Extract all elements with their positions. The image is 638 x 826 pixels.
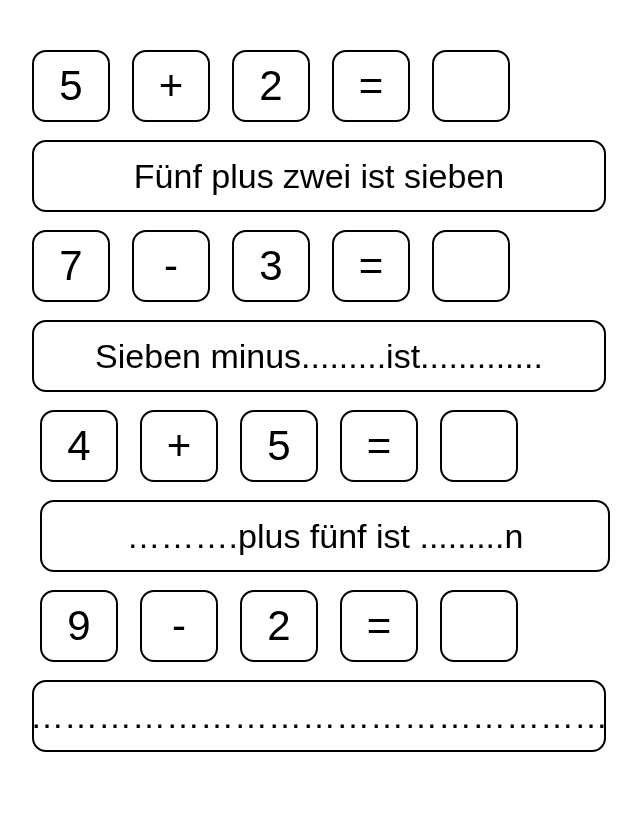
equation-cell[interactable]: 3 (232, 230, 310, 302)
equation-cell[interactable]: 5 (32, 50, 110, 122)
equation-cell[interactable]: = (340, 410, 418, 482)
equation-cell[interactable]: + (132, 50, 210, 122)
equation-answer-cell[interactable] (432, 230, 510, 302)
equation-cell[interactable]: 7 (32, 230, 110, 302)
equation-cell[interactable]: = (332, 230, 410, 302)
equation-cell[interactable]: 5 (240, 410, 318, 482)
sentence-row[interactable]: …………………………………………… (32, 680, 606, 752)
equation-cell[interactable]: 2 (232, 50, 310, 122)
equation-row: 5 + 2 = (28, 50, 610, 122)
equation-cell[interactable]: + (140, 410, 218, 482)
sentence-row[interactable]: Fünf plus zwei ist sieben (32, 140, 606, 212)
equation-row: 4 + 5 = (28, 410, 610, 482)
equation-cell[interactable]: 9 (40, 590, 118, 662)
equation-cell[interactable]: 2 (240, 590, 318, 662)
equation-answer-cell[interactable] (432, 50, 510, 122)
equation-cell[interactable]: - (140, 590, 218, 662)
equation-answer-cell[interactable] (440, 590, 518, 662)
sentence-row[interactable]: Sieben minus.........ist............. (32, 320, 606, 392)
equation-cell[interactable]: - (132, 230, 210, 302)
equation-cell[interactable]: = (340, 590, 418, 662)
equation-cell[interactable]: = (332, 50, 410, 122)
equation-cell[interactable]: 4 (40, 410, 118, 482)
math-worksheet: 5 + 2 = Fünf plus zwei ist sieben 7 - 3 … (28, 50, 610, 752)
sentence-row[interactable]: ……….plus fünf ist .........n (40, 500, 610, 572)
equation-row: 7 - 3 = (28, 230, 610, 302)
equation-answer-cell[interactable] (440, 410, 518, 482)
equation-row: 9 - 2 = (28, 590, 610, 662)
